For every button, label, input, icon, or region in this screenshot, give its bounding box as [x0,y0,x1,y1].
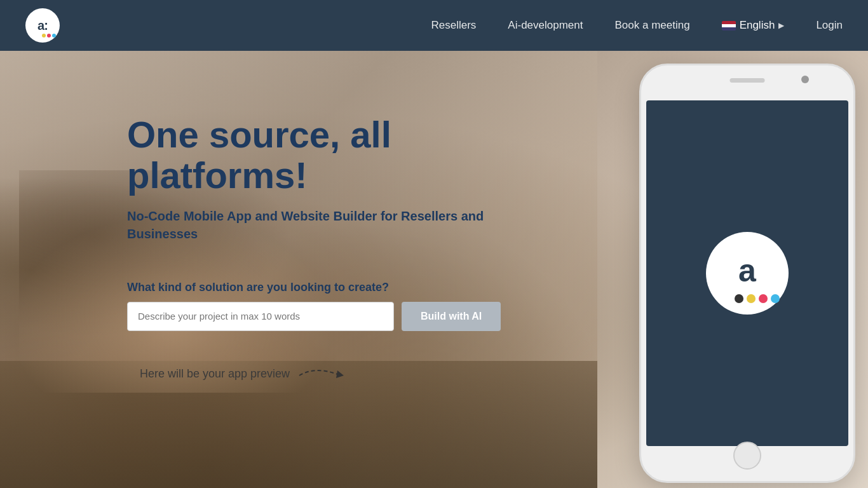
nav-ai-development[interactable]: Ai-development [508,19,583,32]
phone-dot-pink [759,294,768,303]
chevron-right-icon: ▶ [778,21,784,30]
hero-subtitle: No-Code Mobile App and Website Builder f… [127,207,546,243]
form-row: Build with AI [127,302,546,331]
logo-dots [42,34,56,37]
hero-title: One source, all platforms! [127,114,546,196]
logo-dot-pink [47,34,51,37]
build-with-ai-button[interactable]: Build with AI [402,302,501,331]
svg-marker-0 [336,370,344,378]
nav-resellers[interactable]: Resellers [431,19,477,32]
preview-label: Here will be your app preview [140,367,290,381]
phone-app-logo: a [706,232,789,315]
phone-dot-dark [735,294,743,303]
hero-section: One source, all platforms! No-Code Mobil… [0,51,868,488]
phone-screen: a [646,100,848,446]
phone-camera [801,76,809,83]
phone-home-button [733,442,761,470]
logo-text: a: [37,18,48,33]
dashed-arrow-icon [296,363,360,385]
logo-dot-yellow [42,34,46,37]
phone-logo-dots [735,294,780,303]
project-input[interactable] [127,302,394,331]
nav-links: Resellers Ai-development Book a meeting … [431,19,843,32]
phone-dot-yellow [747,294,756,303]
phone-logo-letter: a [738,252,756,289]
phone-mockup: a [639,64,855,483]
navbar: a: Resellers Ai-development Book a meeti… [0,0,868,51]
phone-speaker [730,78,765,83]
flag-icon [722,21,736,30]
logo-dot-blue [52,34,56,37]
logo-circle: a: [25,8,60,43]
nav-language-selector[interactable]: English ▶ [722,19,785,32]
nav-login[interactable]: Login [816,19,843,32]
language-label: English [740,19,775,32]
phone-outer-shell: a [639,64,855,483]
logo[interactable]: a: [25,8,60,43]
hero-content: One source, all platforms! No-Code Mobil… [0,51,597,488]
nav-book-meeting[interactable]: Book a meeting [614,19,689,32]
phone-dot-blue [771,294,780,303]
app-preview-text: Here will be your app preview [127,363,546,385]
form-label: What kind of solution are you looking to… [127,281,546,294]
